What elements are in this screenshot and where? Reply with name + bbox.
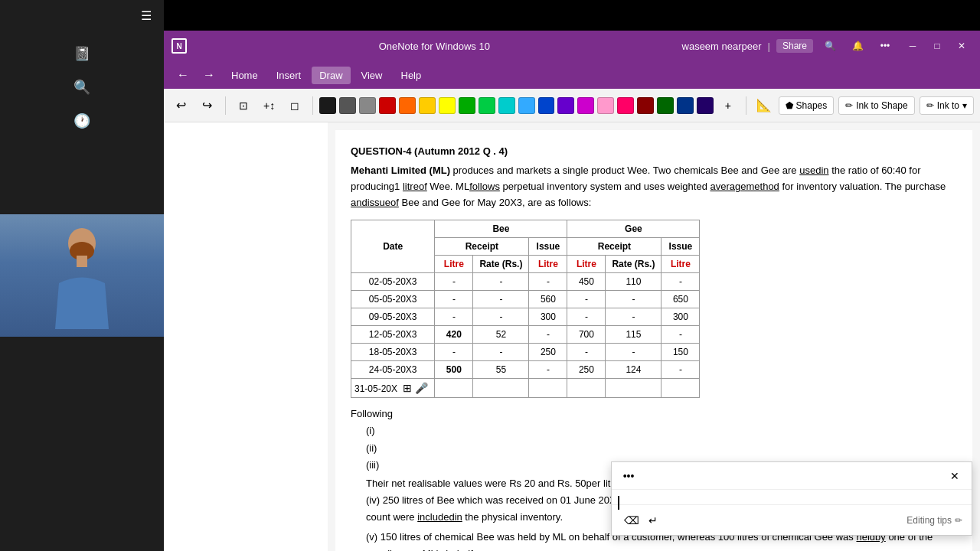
menu-home[interactable]: Home	[224, 67, 266, 84]
cell-empty	[529, 379, 567, 398]
pen-swatch-darkpurple[interactable]	[697, 97, 714, 114]
sidebar-expand-icon[interactable]: ☰	[135, 4, 158, 27]
ink-enter-button[interactable]: ↵	[642, 510, 664, 531]
editing-tips-button[interactable]: Editing tips ✏	[906, 515, 962, 526]
ink-to-text-label: Ink to	[937, 100, 959, 111]
pen-swatch-darkred[interactable]	[637, 97, 654, 114]
table-row: 12-05-20X3 420 52 - 700 115 -	[351, 326, 700, 344]
ink-to-text-dropdown-icon: ▾	[962, 100, 967, 111]
col-gee-issue-litre: Litre	[662, 256, 700, 273]
ink-to-shape-button[interactable]: ✏ Ink to Shape	[838, 96, 914, 115]
titlebar-right: waseem nearpeer | Share 🔍 🔔 ••• ─ □ ✕	[682, 35, 972, 57]
cell-date-last: 31-05-20X ⊞ 🎤	[351, 379, 435, 398]
underline-andissueof: andissueof	[351, 197, 399, 208]
person-silhouette	[44, 222, 120, 329]
back-button[interactable]: ←	[172, 64, 194, 86]
cell-date: 18-05-20X3	[351, 344, 435, 361]
menu-draw[interactable]: Draw	[312, 67, 350, 84]
ink-more-button[interactable]: •••	[618, 465, 639, 487]
underline-includedin: includedin	[417, 511, 462, 523]
pen-swatch-purple2[interactable]	[577, 97, 594, 114]
underline-litreof: litreof	[403, 181, 427, 192]
col-gee-issue: Issue	[662, 238, 700, 256]
redo-button[interactable]: ↪	[196, 94, 219, 117]
table-row-last: 31-05-20X ⊞ 🎤	[351, 379, 700, 398]
sidebar-history-icon[interactable]: 🕐	[67, 106, 97, 136]
ruler-button[interactable]: 📐	[753, 94, 776, 117]
undo-button[interactable]: ↩	[170, 94, 193, 117]
bell-icon[interactable]: 🔔	[847, 35, 868, 57]
table-body: 02-05-20X3 - - - 450 110 - 05-05-20X3 - …	[351, 273, 700, 398]
pen-swatch-pink1[interactable]	[597, 97, 614, 114]
maximize-button[interactable]: □	[926, 35, 948, 57]
close-button[interactable]: ✕	[951, 35, 972, 57]
col-bee: Bee	[435, 220, 567, 238]
cell-bee-issue: -	[529, 273, 567, 291]
col-bee-rate: Rate (Rs.)	[473, 256, 529, 273]
ink-popup-close-button[interactable]: ✕	[944, 465, 965, 487]
pen-swatch-blue[interactable]	[538, 97, 555, 114]
pen-swatch-gray1[interactable]	[339, 97, 356, 114]
pen-swatch-teal[interactable]	[498, 97, 515, 114]
col-gee-rate: Rate (Rs.)	[606, 256, 662, 273]
ink-to-text-icon: ✏	[926, 100, 934, 111]
pen-swatch-cyan[interactable]	[518, 97, 535, 114]
col-bee-litre: Litre	[435, 256, 473, 273]
col-gee-litre: Litre	[567, 256, 606, 273]
cell-gee-issue: -	[662, 361, 700, 379]
shapes-button[interactable]: ⬟ Shapes	[779, 96, 835, 115]
pen-swatch-darkgreen[interactable]	[657, 97, 674, 114]
menu-insert[interactable]: Insert	[269, 67, 309, 84]
table-row-icon-1[interactable]: ⊞	[403, 382, 412, 394]
minimize-button[interactable]: ─	[902, 35, 923, 57]
pen-swatch-green2[interactable]	[479, 97, 495, 114]
following-label: Following	[351, 408, 393, 419]
ink-backspace-button[interactable]: ⌫	[621, 510, 642, 531]
cell-gee-litre: -	[567, 308, 606, 326]
lasso-select-button[interactable]: ⊡	[232, 94, 255, 117]
ink-to-shape-label: Ink to Shape	[856, 100, 907, 111]
pen-swatch-pink2[interactable]	[617, 97, 634, 114]
cell-date: 09-05-20X3	[351, 308, 435, 326]
pen-swatch-red[interactable]	[379, 97, 396, 114]
ink-popup-writing-area[interactable]	[612, 490, 972, 504]
pen-swatch-yellow2[interactable]	[439, 97, 456, 114]
pen-swatch-navyblue[interactable]	[677, 97, 694, 114]
cell-empty	[435, 379, 473, 398]
pen-swatch-gray2[interactable]	[359, 97, 376, 114]
cell-bee-issue: 250	[529, 344, 567, 361]
pen-swatch-yellow1[interactable]	[419, 97, 436, 114]
table-row: 24-05-20X3 500 55 - 250 124 -	[351, 361, 700, 379]
forward-button[interactable]: →	[198, 64, 220, 86]
pen-swatch-green1[interactable]	[459, 97, 475, 114]
eraser-button[interactable]: ◻	[284, 94, 307, 117]
cell-bee-rate: 52	[473, 326, 529, 344]
table-row-icon-2[interactable]: 🎤	[415, 382, 428, 394]
pen-swatch-black[interactable]	[319, 97, 336, 114]
add-pen-button[interactable]: +	[717, 94, 740, 117]
menu-help[interactable]: Help	[394, 67, 430, 84]
cell-gee-rate: 115	[606, 326, 662, 344]
pen-swatch-purple1[interactable]	[557, 97, 574, 114]
cell-bee-litre: -	[435, 308, 473, 326]
share-button[interactable]: Share	[776, 39, 813, 53]
add-space-button[interactable]: +↕	[258, 94, 281, 117]
sidebar-search-icon[interactable]: 🔍	[67, 72, 97, 103]
cell-bee-litre: 500	[435, 361, 473, 379]
menu-view[interactable]: View	[354, 67, 390, 84]
ink-cursor	[618, 496, 619, 510]
search-title-btn[interactable]: 🔍	[819, 35, 841, 57]
cell-bee-rate: -	[473, 273, 529, 291]
ink-input-popup: ••• ✕ ⌫ ↵ Editing tips ✏	[611, 461, 972, 536]
cell-empty	[662, 379, 700, 398]
pen-swatch-orange[interactable]	[399, 97, 416, 114]
draw-toolbar: ↩ ↪ ⊡ +↕ ◻ + 📐 ⬟ Shapes	[164, 89, 980, 122]
cell-gee-issue: 650	[662, 291, 700, 308]
sidebar-notebook-icon[interactable]: 📓	[67, 38, 97, 69]
table-row: 05-05-20X3 - - 560 - - 650	[351, 291, 700, 308]
more-icon[interactable]: •••	[874, 35, 896, 57]
cell-bee-issue: -	[529, 361, 567, 379]
cell-date: 02-05-20X3	[351, 273, 435, 291]
ink-to-text-button[interactable]: ✏ Ink to ▾	[920, 96, 974, 115]
titlebar: N OneNote for Windows 10 waseem nearpeer…	[164, 31, 980, 61]
